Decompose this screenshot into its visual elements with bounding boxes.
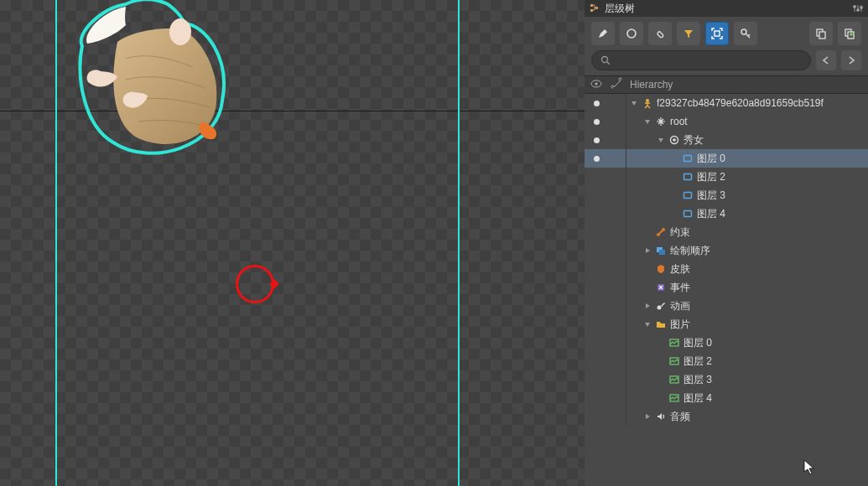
slot-icon <box>682 208 694 220</box>
tree-row-label: 图层 2 <box>697 170 725 184</box>
bone-cell <box>608 186 626 204</box>
tool-copy-button[interactable] <box>809 22 833 45</box>
hierarchy-tree[interactable]: f29327cb48479e620a8d91659cb519froot秀女图层 … <box>585 94 868 486</box>
tree-row[interactable]: 音频 <box>585 407 868 426</box>
expand-toggle[interactable] <box>643 302 652 310</box>
svg-point-0 <box>169 18 191 45</box>
expand-toggle[interactable] <box>643 412 652 421</box>
svg-point-17 <box>602 57 608 63</box>
tree-row[interactable]: 图层 4 <box>585 389 868 407</box>
tree-row-label: root <box>670 116 688 127</box>
svg-line-18 <box>607 62 610 65</box>
settings-icon[interactable] <box>853 3 863 13</box>
tool-filter-button[interactable] <box>677 22 700 45</box>
tool-target-button[interactable] <box>705 22 729 45</box>
tree-row-label: 图层 4 <box>683 391 712 406</box>
tree-row-label: 秀女 <box>683 133 704 147</box>
expand-toggle[interactable] <box>630 99 638 107</box>
canvas-viewport[interactable] <box>0 0 585 486</box>
tool-circle-button[interactable] <box>620 22 643 45</box>
expand-toggle <box>657 339 665 347</box>
expand-toggle <box>643 228 652 236</box>
tree-row-label: 皮肤 <box>670 262 690 277</box>
tool-attachment-button[interactable] <box>648 22 672 45</box>
visibility-dot[interactable] <box>585 156 608 162</box>
svg-rect-14 <box>819 32 825 39</box>
tree-row[interactable]: 皮肤 <box>585 260 868 278</box>
svg-point-33 <box>657 306 662 310</box>
svg-rect-27 <box>684 211 692 217</box>
panel-header: 层级树 <box>585 0 868 17</box>
tree-row[interactable]: f29327cb48479e620a8d91659cb519f <box>585 94 868 112</box>
bone-cell <box>608 131 626 149</box>
tree-row[interactable]: 图层 2 <box>585 168 868 186</box>
nav-back-button[interactable] <box>816 50 836 70</box>
tree-row-label: 图层 4 <box>697 207 725 221</box>
tree-row[interactable]: 绘制顺序 <box>585 241 868 260</box>
tree-row[interactable]: 图层 4 <box>585 204 868 223</box>
tool-edit-button[interactable] <box>591 22 615 45</box>
image-icon <box>668 337 680 349</box>
tree-row[interactable]: 秀女 <box>585 131 868 149</box>
slot-icon <box>682 189 694 201</box>
svg-rect-3 <box>595 7 598 9</box>
bone-cell <box>608 94 626 112</box>
expand-toggle <box>657 394 665 402</box>
slot-icon <box>682 153 694 164</box>
event-icon <box>655 282 667 293</box>
bone-cell <box>608 370 626 389</box>
panel-title: 层级树 <box>605 2 635 16</box>
tree-row[interactable]: 动画 <box>585 297 868 315</box>
svg-point-9 <box>860 7 863 9</box>
bone-cell <box>608 389 626 407</box>
tree-row[interactable]: 事件 <box>585 278 868 297</box>
tree-row[interactable]: root <box>585 112 868 131</box>
visibility-icon <box>590 80 602 88</box>
tool-paste-button[interactable] <box>838 22 861 45</box>
tree-row[interactable]: 图层 2 <box>585 352 868 370</box>
tree-row-label: 图片 <box>670 318 690 332</box>
visibility-dot[interactable] <box>585 101 608 106</box>
search-input[interactable] <box>591 50 811 70</box>
tree-row-label: 动画 <box>670 299 690 313</box>
svg-rect-1 <box>590 4 593 7</box>
tree-row-label: 图层 3 <box>697 189 725 203</box>
draworder-icon <box>655 245 667 256</box>
tree-row-label: 音频 <box>670 410 690 424</box>
sprite-figure[interactable] <box>67 0 235 159</box>
tree-row[interactable]: 图层 3 <box>585 186 868 204</box>
root-icon <box>655 116 667 127</box>
nav-forward-button[interactable] <box>841 50 861 70</box>
bone-cell <box>608 204 626 223</box>
bone-cell <box>608 168 626 186</box>
tool-key-button[interactable] <box>734 22 757 45</box>
tree-row[interactable]: 图层 0 <box>585 333 868 352</box>
expand-toggle[interactable] <box>643 320 652 328</box>
tree-row[interactable]: 约束 <box>585 223 868 241</box>
bone-cell <box>608 241 626 260</box>
visibility-dot[interactable] <box>585 119 608 125</box>
bones-icon <box>612 79 622 89</box>
axis-vertical <box>55 0 56 486</box>
expand-toggle[interactable] <box>643 246 652 255</box>
tree-row-label: f29327cb48479e620a8d91659cb519f <box>657 97 824 109</box>
tree-row-label: 绘制顺序 <box>670 244 710 258</box>
expand-toggle[interactable] <box>657 136 665 144</box>
expand-toggle <box>670 191 678 199</box>
hierarchy-column-label: Hierarchy <box>626 79 673 90</box>
svg-rect-2 <box>590 9 593 12</box>
expand-toggle <box>643 283 652 292</box>
tree-row[interactable]: 图层 0 <box>585 149 868 168</box>
expand-toggle[interactable] <box>643 117 652 126</box>
tree-row[interactable]: 图层 3 <box>585 370 868 389</box>
visibility-dot[interactable] <box>585 137 608 143</box>
tree-row[interactable]: 图片 <box>585 315 868 333</box>
origin-gizmo[interactable] <box>236 265 274 303</box>
skeleton-icon <box>642 97 653 109</box>
expand-toggle <box>670 209 678 218</box>
bone-cell <box>608 112 626 131</box>
svg-point-29 <box>662 228 665 231</box>
expand-toggle <box>657 375 665 384</box>
folder-icon <box>655 318 667 330</box>
bone-cell <box>608 315 626 333</box>
